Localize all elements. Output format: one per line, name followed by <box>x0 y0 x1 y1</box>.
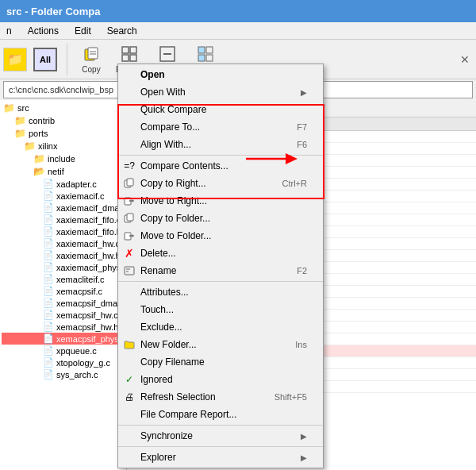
svg-rect-20 <box>127 214 133 221</box>
ctx-copy-to-right[interactable]: Copy to Right... Ctrl+R <box>118 175 323 192</box>
ctx-touch[interactable]: Touch... <box>118 301 323 318</box>
sessions-button[interactable]: 📁 <box>3 48 27 71</box>
file-icon: 📄 <box>43 202 54 213</box>
ctx-align-with-shortcut: F6 <box>297 140 307 149</box>
title-bar: src - Folder Compa <box>0 0 476 22</box>
all-button[interactable]: All <box>33 48 57 71</box>
ctx-exclude[interactable]: Exclude... <box>118 318 323 336</box>
ctx-synchronize-label: Synchronize <box>140 430 193 441</box>
tree-label: sys_arch.c <box>56 370 98 379</box>
tree-label: xemacpsif_hw.c <box>56 310 118 320</box>
tree-item-src[interactable]: 📁 src <box>2 102 125 114</box>
folder-icon: 📁 <box>14 115 26 126</box>
ctx-copy-filename[interactable]: Copy Filename <box>118 353 323 371</box>
tree-item-sys-arch[interactable]: 📄 sys_arch.c <box>2 368 125 380</box>
tree-item-xemacpsif-hw-c[interactable]: 📄 xemacpsif_hw.c <box>2 309 125 321</box>
ctx-move-to-right[interactable]: Move to Right... <box>118 192 323 210</box>
tree-item-ports[interactable]: 📁 ports <box>2 127 125 140</box>
tree-item-xaxiemacif[interactable]: 📄 xaxiemacif.c <box>2 190 125 202</box>
ctx-file-compare-report[interactable]: File Compare Report... <box>118 406 323 423</box>
tree-label: xilinx <box>38 141 57 151</box>
tree-item-include[interactable]: 📁 include <box>2 152 125 165</box>
ctx-attributes[interactable]: Attributes... <box>118 283 323 301</box>
ctx-move-to-folder[interactable]: Move to Folder... <box>118 227 323 245</box>
tree-item-xemacpsif-dma[interactable]: 📄 xemacpsif_dma.c <box>2 297 125 309</box>
context-menu: Open Open With ▶ Quick Compare Compare T… <box>117 64 324 468</box>
menu-item-edit[interactable]: Edit <box>71 25 94 37</box>
file-icon: 📄 <box>43 322 54 332</box>
ctx-new-folder-shortcut: Ins <box>295 340 307 349</box>
ctx-quick-compare[interactable]: Quick Compare <box>118 101 323 118</box>
tree-item-xaxiemacif-fifo-c[interactable]: 📄 xaxiemacif_fifo.c <box>2 214 125 225</box>
tree-item-xaxiemacif-dma[interactable]: 📄 xaxiemacif_dma.c <box>2 202 125 214</box>
ctx-copy-filename-label: Copy Filename <box>140 356 205 368</box>
ctx-open-with-label: Open With <box>140 87 186 98</box>
tree-label: xemacliteif.c <box>56 275 105 284</box>
tree-label: xtopology_g.c <box>56 358 110 368</box>
tree-item-xadapter[interactable]: 📄 xadapter.c <box>2 178 125 190</box>
ctx-explorer-label: Explorer <box>140 452 176 463</box>
file-icon: 📄 <box>43 250 54 260</box>
ctx-ignored[interactable]: ✓ Ignored <box>118 371 323 388</box>
tree-item-xemacliteif[interactable]: 📄 xemacliteif.c <box>2 273 125 285</box>
tree-item-xaxiemacif-physpe[interactable]: 📄 xaxiemacif_physpe <box>2 261 125 273</box>
menu-item-n[interactable]: n <box>3 25 15 37</box>
ctx-refresh-selection[interactable]: 🖨 Refresh Selection Shift+F5 <box>118 388 323 406</box>
ctx-compare-to[interactable]: Compare To... F7 <box>118 118 323 136</box>
tree-label: xaxiemacif_physpe <box>56 263 125 272</box>
tree-item-xilinx[interactable]: 📁 xilinx <box>2 140 125 152</box>
tree-item-contrib[interactable]: 📁 contrib <box>2 114 125 127</box>
ctx-new-folder[interactable]: New Folder... Ins <box>118 336 323 353</box>
ctx-refresh-icon: 🖨 <box>123 391 136 403</box>
menu-item-actions[interactable]: Actions <box>25 25 62 37</box>
ctx-copy-folder-icon <box>123 212 136 225</box>
close-right-button[interactable]: ✕ <box>460 53 473 66</box>
folder-icon: 📁 <box>3 102 15 114</box>
svg-rect-11 <box>206 47 213 53</box>
tree-item-xtopology[interactable]: 📄 xtopology_g.c <box>2 356 125 368</box>
ctx-copy-to-folder[interactable]: Copy to Folder... <box>118 210 323 227</box>
ctx-align-with[interactable]: Align With... F6 <box>118 136 323 153</box>
tree-item-xemacpsif-physpe-selected[interactable]: 📄 xemacpsif_physpe <box>2 333 125 345</box>
ctx-explorer[interactable]: Explorer ▶ <box>118 449 323 466</box>
expand-icon <box>120 44 139 64</box>
tree-item-xemacpsif-hw-h[interactable]: 📄 xemacpsif_hw.h <box>2 321 125 333</box>
ctx-attributes-label: Attributes... <box>140 287 189 298</box>
tree-item-xemacpsif[interactable]: 📄 xemacpsif.c <box>2 285 125 297</box>
tree-label: xemacpsif.c <box>56 287 102 296</box>
file-icon: 📄 <box>43 191 54 201</box>
svg-rect-24 <box>125 267 134 275</box>
svg-rect-7 <box>130 55 136 61</box>
tree-item-xaxiemacif-hw-h[interactable]: 📄 xaxiemacif_hw.h <box>2 249 125 261</box>
copy-icon <box>82 44 101 64</box>
ctx-copy-right-icon <box>123 177 136 190</box>
ctx-synchronize[interactable]: Synchronize ▶ <box>118 427 323 445</box>
tree-label: xaxiemacif_fifo.h <box>56 227 121 237</box>
ctx-compare-contents[interactable]: =? Compare Contents... <box>118 157 323 175</box>
tree-item-xaxiemacif-hw-c[interactable]: 📄 xaxiemacif_hw.c <box>2 237 125 249</box>
copy-button[interactable]: Copy <box>74 42 109 77</box>
tree-item-xpqueue[interactable]: 📄 xpqueue.c <box>2 345 125 356</box>
tree-label: xemacpsif_physpe <box>56 334 125 344</box>
tree-item-netif[interactable]: 📂 netif <box>2 165 125 178</box>
ctx-delete[interactable]: ✗ Delete... <box>118 245 323 262</box>
tree-item-xaxiemacif-fifo-h[interactable]: 📄 xaxiemacif_fifo.h <box>2 225 125 237</box>
ctx-synchronize-arrow: ▶ <box>301 432 307 441</box>
folder-icon: 📁 <box>33 153 45 164</box>
file-icon: 📄 <box>43 226 54 237</box>
tree-label: xadapter.c <box>56 179 97 189</box>
ctx-open-with[interactable]: Open With ▶ <box>118 83 323 101</box>
ctx-open-label: Open <box>140 69 165 80</box>
ctx-delete-icon: ✗ <box>123 247 136 260</box>
menu-bar: n Actions Edit Search <box>0 22 476 40</box>
tree-label: xaxiemacif_fifo.c <box>56 215 121 225</box>
menu-item-search[interactable]: Search <box>104 25 140 37</box>
ctx-rename[interactable]: Rename F2 <box>118 262 323 279</box>
svg-rect-12 <box>198 55 205 61</box>
file-icon: 📄 <box>43 345 54 356</box>
tree-label: netif <box>48 167 64 176</box>
ctx-open[interactable]: Open <box>118 66 323 83</box>
ctx-exclude-label: Exclude... <box>140 322 182 333</box>
ctx-open-with-arrow: ▶ <box>301 88 307 97</box>
ctx-move-folder-icon <box>123 229 136 242</box>
